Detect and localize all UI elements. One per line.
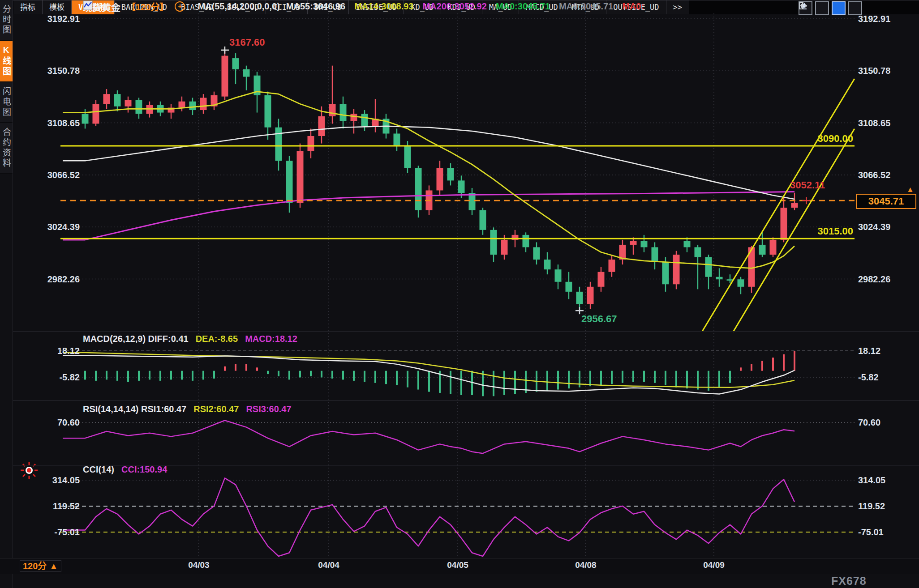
axis-label: -75.01	[26, 526, 80, 538]
sidebar-item-闪电图[interactable]: 闪电图	[0, 82, 13, 123]
sidebar-item-分时图[interactable]: 分时图	[0, 0, 13, 41]
add-indicator-icon[interactable]: +	[175, 1, 185, 12]
chart-canvas[interactable]	[0, 0, 919, 588]
price-annotation: 2956.67	[581, 313, 617, 325]
level-label: 3090.00	[786, 133, 853, 145]
axis-label: 70.60	[858, 417, 916, 428]
level-label: 3015.00	[786, 226, 853, 237]
axis-label: -75.01	[858, 526, 916, 538]
rsi-header: RSI(14,14,14) RSI1:60.47 RSI2:60.47 RSI3…	[83, 404, 292, 414]
watermark: FX678	[831, 575, 867, 588]
axis-label: -5.82	[26, 371, 80, 383]
current-price-badge: 3045.71	[856, 194, 916, 209]
rsi2-value: RSI2:60.47	[193, 404, 239, 414]
sidebar: 分时图K线图闪电图合约资料	[0, 0, 13, 588]
axis-label: 3108.65	[26, 117, 80, 129]
macd-value: MACD:18.12	[245, 334, 297, 344]
date-axis-row: 120分 ▲ 04/0304/0404/0504/0804/09	[0, 558, 919, 574]
rsi3-value: RSI3:60.47	[246, 404, 291, 414]
axis-label: 3192.91	[26, 13, 80, 25]
date-label: 04/05	[438, 560, 478, 570]
ma-legend-value: MA200:3052.92	[422, 1, 486, 12]
ma-legend-value: MA0:3045.71	[559, 1, 613, 12]
sidebar-item-K线图[interactable]: K线图	[0, 41, 13, 82]
sidebar-item-合约资料[interactable]: 合约资料	[0, 123, 13, 174]
price-up-arrow-icon: ▲	[906, 185, 914, 194]
price-annotation: 3052.11	[790, 179, 825, 191]
interval-tag[interactable]: 【120分】	[127, 0, 168, 13]
panel-separator[interactable]	[13, 400, 919, 401]
date-label: 04/04	[309, 560, 349, 570]
date-label: 04/03	[179, 560, 219, 570]
ma-legend-value: MA0:	[622, 1, 644, 12]
axis-label: 3108.65	[858, 117, 916, 129]
axis-label: 2982.26	[26, 273, 80, 285]
axis-label: 119.52	[858, 500, 916, 512]
price-annotation: 3167.60	[229, 37, 265, 48]
interval-selector[interactable]: 120分 ▲	[20, 560, 61, 572]
panel-separator[interactable]	[13, 465, 919, 466]
axis-label: 2982.26	[858, 273, 916, 285]
axis-label: -5.82	[858, 371, 916, 383]
axis-label: 314.05	[858, 474, 916, 486]
axis-label: 3024.39	[858, 221, 916, 233]
trading-app: { "header": { "symbol": "现货黄金", "interva…	[0, 0, 919, 588]
chart-header: 现货黄金 【120分】 + MA(55,14,200,0,0,0) MA55:3…	[83, 0, 644, 13]
ma-legend-value: MA55:3046.96	[286, 1, 345, 12]
axis-label: 3192.91	[858, 13, 916, 25]
candle-chart-icon[interactable]	[815, 1, 829, 15]
axis-label: 18.12	[26, 345, 80, 357]
macd-dea-value: DEA:-8.65	[196, 334, 238, 344]
date-label: 04/08	[566, 560, 606, 570]
ma-legend-value: MA0:3045.71	[496, 1, 550, 12]
date-label: 04/09	[694, 560, 734, 570]
axis-label: 119.52	[26, 500, 80, 512]
rsi-params: RSI(14,14,14) RSI1:60.47	[83, 404, 186, 414]
chart-toolbar	[799, 1, 862, 15]
ma-legend-value: MA14:3008.93	[354, 1, 413, 12]
ma-settings: MA(55,14,200,0,0,0)	[198, 1, 279, 12]
ma-legend: MA55:3046.96MA14:3008.93MA200:3052.92MA0…	[286, 1, 644, 12]
axis-label: 3066.52	[858, 169, 916, 181]
panel-separator[interactable]	[13, 331, 919, 332]
macd-params: MACD(26,12,9) DIFF:0.41	[83, 334, 189, 344]
line-chart-icon[interactable]	[832, 1, 846, 15]
axis-label: 70.60	[26, 417, 80, 428]
axis-label: 3150.78	[26, 65, 80, 77]
axis-label: 3024.39	[26, 221, 80, 233]
macd-header: MACD(26,12,9) DIFF:0.41 DEA:-8.65 MACD:1…	[83, 334, 297, 344]
axis-label: 3066.52	[26, 169, 80, 181]
axis-label: 3150.78	[858, 65, 916, 77]
axis-label: 18.12	[858, 345, 916, 357]
